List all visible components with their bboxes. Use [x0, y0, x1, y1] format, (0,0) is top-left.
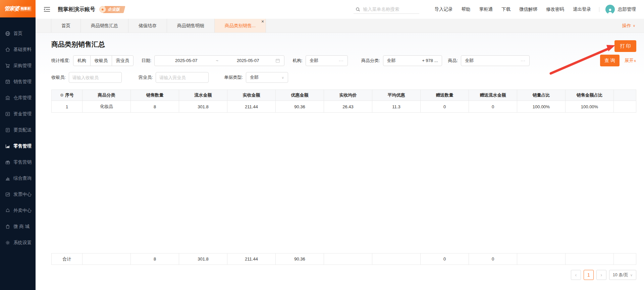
col-avg-received: 实收均价	[324, 90, 372, 101]
bell-icon	[5, 208, 10, 213]
tab-label: 商品销售汇总	[91, 23, 118, 29]
link-zhangguitong[interactable]: 掌柜通	[479, 6, 493, 12]
sidebar-item-label: 资金管理	[13, 111, 32, 117]
page-size-select[interactable]: 10 条/页 ∨	[609, 270, 636, 280]
sidebar-item-label: 系统设置	[13, 240, 32, 246]
pagination: ‹ 1 › 10 条/页 ∨	[51, 270, 636, 280]
print-button[interactable]: 打 印	[614, 40, 636, 52]
sidebar-item-label: 要货配送	[13, 127, 32, 133]
dimension-label: 统计维度:	[51, 58, 70, 64]
salesperson-input[interactable]	[156, 72, 209, 83]
cashier-input[interactable]	[69, 72, 122, 83]
expand-label: 展开	[625, 58, 634, 63]
doc-type-select[interactable]: 全部 ∨	[246, 72, 288, 83]
dimension-option-cashier[interactable]: 收银员	[90, 55, 112, 66]
sidebar-item-retail-marketing[interactable]: 零售营销	[0, 154, 36, 170]
query-button[interactable]: 查 询	[600, 55, 620, 66]
search-input[interactable]	[363, 7, 417, 12]
tab-goods-sales-summary[interactable]: 商品销售汇总	[81, 19, 128, 33]
tab-category-sales-summary[interactable]: 商品类别销售... ×	[215, 19, 266, 33]
brand-logo: 管家婆 熊掌柜	[0, 0, 36, 17]
sidebar-item-label: 发票中心	[13, 191, 32, 197]
current-page-button[interactable]: 1	[584, 270, 594, 280]
category-select[interactable]: 全部 + 978 ...	[383, 55, 442, 66]
dimension-option-org[interactable]: 机构	[73, 55, 91, 66]
sidebar-item-warehouse[interactable]: 仓库管理	[0, 90, 36, 106]
sidebar-item-label: 零售营销	[13, 159, 32, 165]
cell-avg-received: 26.43	[324, 101, 372, 113]
tab-goods-sales-detail[interactable]: 商品销售明细	[167, 19, 215, 33]
sidebar-item-purchase[interactable]: 采购管理	[0, 58, 36, 74]
col-sales-qty: 销售数量	[131, 90, 179, 101]
gift-icon	[5, 160, 10, 165]
collapse-menu-icon[interactable]	[44, 7, 50, 12]
sidebar-item-micro-mall[interactable]: 微 商 城	[0, 219, 36, 235]
sidebar-item-label: 仓库管理	[13, 95, 32, 101]
link-import-records[interactable]: 导入记录	[435, 6, 453, 12]
sidebar-item-funds[interactable]: 资金管理	[0, 106, 36, 122]
globe-icon	[5, 31, 10, 36]
column-settings-gear-icon[interactable]: ⚙	[60, 93, 64, 98]
sidebar-item-base-data[interactable]: 基础资料	[0, 42, 36, 58]
filter-row-2: 收银员: 营业员: 单据类型: 全部 ∨	[51, 72, 636, 83]
calendar-icon[interactable]	[275, 58, 280, 63]
cell-sales-amount-ratio: 100.00%	[566, 101, 614, 113]
sidebar-item-distribution[interactable]: 要货配送	[0, 122, 36, 138]
tab-stored-value-balance[interactable]: 储值结存	[128, 19, 167, 33]
date-range-picker[interactable]: 2025-05-07 ~ 2025-05-07	[154, 55, 284, 66]
cell-seq: 1	[52, 101, 83, 113]
expand-toggle[interactable]: 展开∧	[625, 58, 636, 64]
product-select[interactable]: 全部 ···	[461, 55, 530, 66]
sidebar-item-label: 采购管理	[13, 63, 32, 69]
dimension-option-salesperson[interactable]: 营业员	[112, 55, 133, 66]
link-wechat-unbind[interactable]: 微信解绑	[519, 6, 537, 12]
cell-gift-flow-amount: 0	[469, 101, 517, 113]
link-help[interactable]: 帮助	[462, 6, 471, 12]
page-size-value: 10 条/页	[613, 272, 628, 278]
tab-action-menu[interactable]: 操作 ∨	[622, 19, 644, 33]
ellipsis-icon: ···	[339, 58, 344, 63]
sidebar-item-system-settings[interactable]: 系统设置	[0, 235, 36, 251]
sidebar-item-sales[interactable]: 销售管理	[0, 74, 36, 90]
col-category: 商品分类	[83, 90, 131, 101]
link-change-password[interactable]: 修改密码	[546, 6, 564, 12]
sidebar-item-retail-management[interactable]: 零售管理	[0, 138, 36, 154]
sidebar-item-takeout-center[interactable]: 外卖中心	[0, 202, 36, 219]
header-right: 导入记录 帮助 掌柜通 下载 微信解绑 修改密码 退出登录 总部管理	[354, 5, 636, 14]
account-name: 熊掌柜演示账号	[58, 6, 95, 13]
money-icon	[5, 111, 10, 117]
link-download[interactable]: 下载	[501, 6, 511, 12]
star-icon: ★	[99, 6, 106, 13]
org-select[interactable]: 全部 ···	[306, 55, 348, 66]
prev-page-button[interactable]: ‹	[571, 270, 581, 280]
col-sales-qty-ratio: 销量占比	[517, 90, 566, 101]
document-icon	[5, 127, 10, 133]
main-content: 商品类别销售汇总 打 印 统计维度: 机构 收银员 营业员 日期: 2025-0…	[36, 33, 644, 290]
divider	[599, 7, 599, 12]
doc-type-value: 全部	[250, 74, 279, 80]
area-chart-icon	[5, 143, 10, 149]
cell-empty	[614, 101, 636, 113]
category-select-extra: + 978 ...	[422, 58, 438, 63]
sidebar-item-invoice-center[interactable]: 发票中心	[0, 186, 36, 202]
sidebar-item-label: 零售管理	[13, 143, 32, 149]
sidebar-item-label: 基础资料	[13, 47, 32, 53]
user-role-name[interactable]: 总部管理	[618, 6, 636, 12]
tab-home[interactable]: 首页	[51, 19, 81, 33]
summary-empty	[614, 253, 636, 265]
avatar[interactable]	[605, 5, 615, 14]
product-filter-label: 商品:	[448, 58, 458, 64]
col-seq: ⚙序号	[52, 90, 83, 101]
col-discount-amount: 优惠金额	[276, 90, 324, 101]
close-icon[interactable]: ×	[261, 19, 264, 24]
sidebar-item-home[interactable]: 首页	[0, 25, 36, 42]
date-to[interactable]: 2025-05-07	[220, 58, 275, 63]
tab-label: 首页	[61, 23, 70, 29]
next-page-button[interactable]: ›	[596, 270, 606, 280]
date-from[interactable]: 2025-05-07	[159, 58, 214, 63]
cell-flow-amount: 301.8	[179, 101, 227, 113]
sidebar-item-综合查询[interactable]: 综合查询	[0, 170, 36, 186]
link-logout[interactable]: 退出登录	[573, 6, 591, 12]
cell-category: 化妆品	[83, 101, 131, 113]
brand-logo-primary: 管家婆	[4, 5, 19, 12]
